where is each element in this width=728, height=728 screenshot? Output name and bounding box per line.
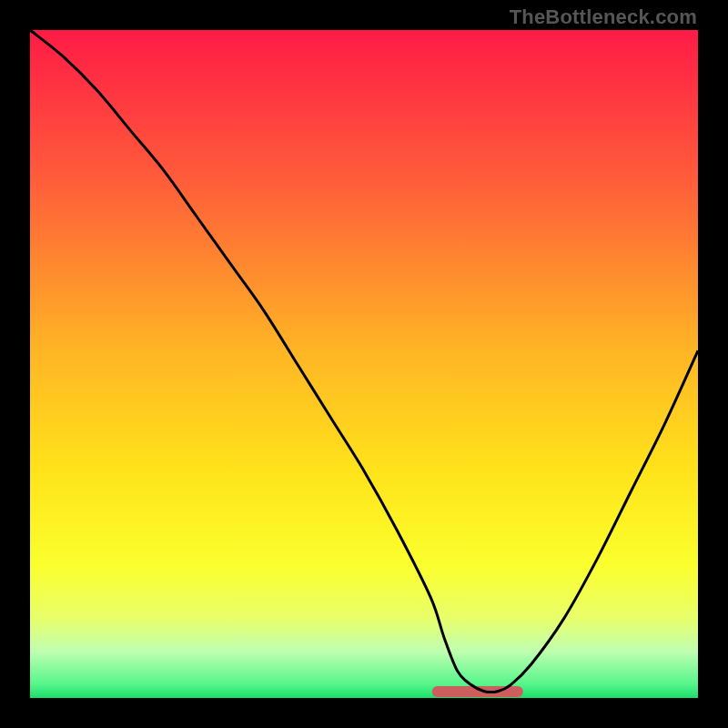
watermark-text: TheBottleneck.com [510, 5, 697, 29]
chart-frame: TheBottleneck.com [0, 0, 728, 728]
bottleneck-chart [30, 30, 698, 698]
plot-area [30, 30, 698, 698]
